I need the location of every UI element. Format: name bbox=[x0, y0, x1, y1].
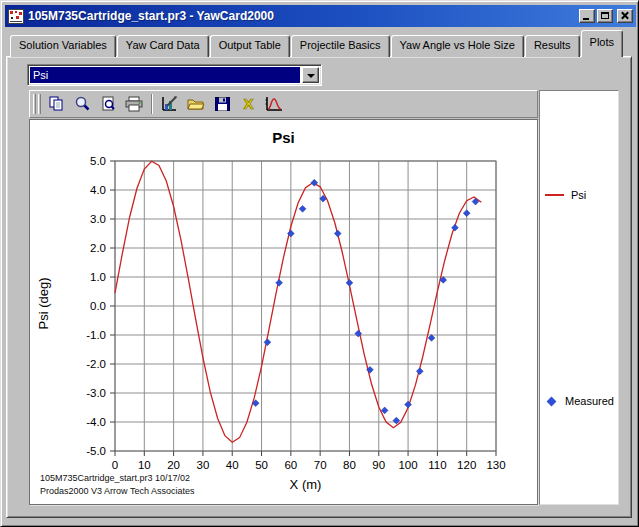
psi-line-swatch bbox=[545, 194, 564, 196]
legend-label: Measured bbox=[565, 395, 614, 407]
y-tick-label: 0.0 bbox=[90, 300, 106, 312]
window-title: 105M735Cartridge_start.pr3 - YawCard2000 bbox=[28, 9, 577, 23]
excel-icon: X bbox=[240, 96, 257, 112]
minimize-icon bbox=[583, 18, 589, 20]
measured-point bbox=[416, 368, 423, 375]
app-window: 105M735Cartridge_start.pr3 - YawCard2000… bbox=[0, 0, 639, 527]
legend-label: Psi bbox=[571, 189, 586, 201]
save-icon bbox=[214, 96, 231, 112]
toolbar-grip[interactable] bbox=[38, 94, 41, 114]
tab-yaw-card-data[interactable]: Yaw Card Data bbox=[117, 35, 209, 57]
plot-curve-button[interactable] bbox=[262, 93, 286, 115]
tab-solution-variables[interactable]: Solution Variables bbox=[10, 35, 116, 57]
measured-point bbox=[299, 205, 306, 212]
print-icon bbox=[125, 96, 143, 112]
tab-label: Projectile Basics bbox=[300, 39, 381, 51]
legend-item-psi: Psi bbox=[545, 189, 586, 201]
x-tick-label: 120 bbox=[457, 459, 476, 471]
measured-point bbox=[428, 335, 435, 342]
x-tick-label: 130 bbox=[486, 459, 505, 471]
measured-point bbox=[334, 230, 341, 237]
toolbar-separator bbox=[151, 94, 153, 114]
svg-text:X: X bbox=[243, 96, 253, 112]
chart-legend: Psi Measured bbox=[539, 90, 619, 505]
tab-results[interactable]: Results bbox=[525, 35, 580, 57]
plot-selector-value: Psi bbox=[30, 67, 300, 83]
legend-item-measured: Measured bbox=[545, 395, 614, 407]
y-tick-label: 3.0 bbox=[90, 213, 106, 225]
psi-curve bbox=[115, 161, 481, 442]
close-button[interactable] bbox=[617, 9, 633, 23]
chart-plot: 01020304050607080901001101201305.04.03.0… bbox=[30, 120, 539, 506]
measured-point bbox=[346, 279, 353, 286]
tab-label: Yaw Card Data bbox=[126, 39, 200, 51]
open-button[interactable] bbox=[184, 93, 208, 115]
x-tick-label: 70 bbox=[314, 459, 327, 471]
tab-strip: Solution Variables Yaw Card Data Output … bbox=[10, 30, 624, 57]
toolbar-grip[interactable] bbox=[33, 94, 36, 114]
minimize-button[interactable] bbox=[579, 9, 595, 23]
zoom-icon bbox=[74, 96, 91, 112]
y-tick-label: -5.0 bbox=[86, 445, 106, 457]
chart-footnote-file: 105M735Cartridge_start.pr3 10/17/02 bbox=[40, 473, 190, 483]
measured-diamond-swatch bbox=[547, 396, 557, 406]
y-tick-label: -3.0 bbox=[86, 387, 106, 399]
x-tick-label: 50 bbox=[255, 459, 268, 471]
save-button[interactable] bbox=[210, 93, 234, 115]
y-tick-label: 4.0 bbox=[90, 184, 106, 196]
measured-point bbox=[463, 210, 470, 217]
y-tick-label: -1.0 bbox=[86, 329, 106, 341]
x-tick-label: 90 bbox=[372, 459, 385, 471]
y-tick-label: 5.0 bbox=[90, 155, 106, 167]
tab-projectile-basics[interactable]: Projectile Basics bbox=[291, 35, 390, 57]
tab-label: Output Table bbox=[219, 39, 281, 51]
zoom-button[interactable] bbox=[70, 93, 94, 115]
x-tick-label: 110 bbox=[428, 459, 446, 471]
y-tick-label: 1.0 bbox=[90, 271, 106, 283]
edit-chart-icon bbox=[161, 96, 179, 112]
plots-tab-page: Psi bbox=[6, 56, 632, 518]
measured-point bbox=[393, 417, 400, 424]
export-excel-button[interactable]: X bbox=[236, 93, 260, 115]
print-preview-button[interactable] bbox=[96, 93, 120, 115]
measured-point bbox=[452, 224, 459, 231]
print-button[interactable] bbox=[122, 93, 146, 115]
chart-toolbar: X bbox=[29, 90, 538, 118]
close-icon bbox=[620, 11, 630, 20]
tab-yaw-angle-vs-hole-size[interactable]: Yaw Angle vs Hole Size bbox=[391, 35, 524, 57]
tab-label: Solution Variables bbox=[19, 39, 107, 51]
chart-footnote-app: Prodas2000 V3 Arrow Tech Associates bbox=[40, 486, 194, 496]
title-bar: 105M735Cartridge_start.pr3 - YawCard2000 bbox=[5, 5, 636, 27]
x-tick-label: 10 bbox=[138, 459, 151, 471]
x-tick-label: 40 bbox=[226, 459, 239, 471]
x-tick-label: 20 bbox=[167, 459, 180, 471]
chart-title: Psi bbox=[30, 129, 537, 146]
y-tick-label: -2.0 bbox=[86, 358, 106, 370]
tab-label: Yaw Angle vs Hole Size bbox=[400, 39, 515, 51]
y-tick-label: 2.0 bbox=[90, 242, 106, 254]
x-tick-label: 80 bbox=[343, 459, 356, 471]
copy-icon bbox=[48, 96, 65, 112]
plot-curve-icon bbox=[265, 96, 283, 112]
x-tick-label: 30 bbox=[197, 459, 210, 471]
y-tick-label: -4.0 bbox=[86, 416, 106, 428]
tab-label: Results bbox=[534, 39, 571, 51]
y-axis-label: Psi (deg) bbox=[36, 244, 51, 364]
x-tick-label: 0 bbox=[112, 459, 118, 471]
app-icon bbox=[8, 9, 24, 24]
measured-point bbox=[264, 339, 271, 346]
combo-dropdown-button[interactable] bbox=[302, 67, 319, 83]
tab-plots[interactable]: Plots bbox=[581, 30, 623, 57]
tab-label: Plots bbox=[590, 36, 614, 48]
maximize-icon bbox=[601, 12, 609, 19]
x-tick-label: 60 bbox=[284, 459, 297, 471]
plot-selector-combobox[interactable]: Psi bbox=[27, 64, 322, 86]
maximize-button[interactable] bbox=[597, 9, 613, 23]
measured-point bbox=[276, 279, 283, 286]
open-folder-icon bbox=[187, 96, 205, 112]
copy-button[interactable] bbox=[44, 93, 68, 115]
tab-output-table[interactable]: Output Table bbox=[210, 35, 290, 57]
edit-chart-button[interactable] bbox=[158, 93, 182, 115]
print-preview-icon bbox=[100, 96, 117, 112]
x-tick-label: 100 bbox=[398, 459, 417, 471]
